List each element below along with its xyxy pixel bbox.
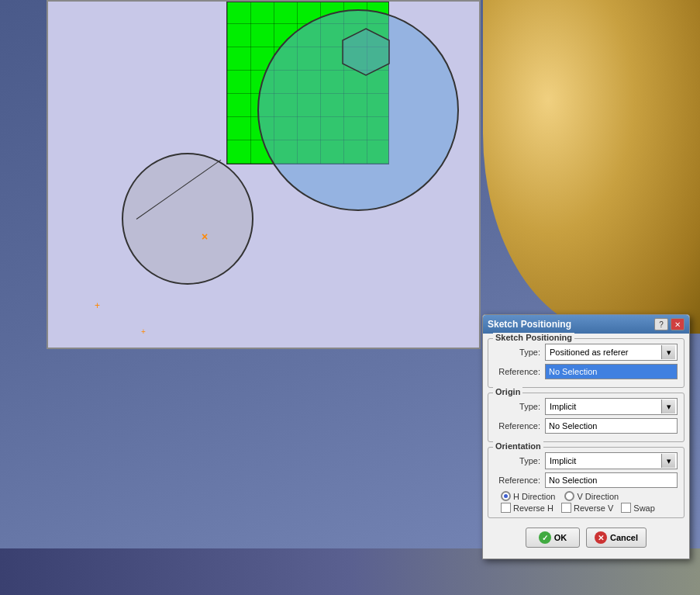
orange-x-marker: × [202,230,208,243]
origin-group-title: Origin [493,387,522,396]
reverse-v-checkbox[interactable]: Reverse V [561,503,613,513]
reverse-h-box [501,503,511,513]
origin-type-select[interactable]: Implicit ▾ [545,398,678,415]
h-direction-label: H Direction [513,492,555,501]
gold-shape [483,0,700,334]
h-direction-radio[interactable]: H Direction [501,491,555,501]
swap-label: Swap [633,503,655,513]
sp-type-select[interactable]: Positioned as referer ▾ [545,344,678,361]
sp-type-label: Type: [495,348,545,357]
origin-reference-row: Reference: [495,418,678,434]
corner-marker-bl: + [141,327,146,336]
orientation-type-row: Type: Implicit ▾ [495,452,678,469]
orientation-reference-input[interactable] [545,472,678,488]
sketch-positioning-group: Sketch Positioning Type: Positioned as r… [488,338,684,388]
sp-type-value: Positioned as referer [547,348,661,357]
sp-type-row: Type: Positioned as referer ▾ [495,344,678,361]
sp-type-arrow[interactable]: ▾ [661,345,675,359]
dialog-title: Sketch Positioning [488,319,571,330]
orientation-reference-row: Reference: [495,472,678,488]
orientation-type-value: Implicit [547,456,661,465]
reverse-h-label: Reverse H [513,503,553,513]
checkbox-row: Reverse H Reverse V Swap [495,503,678,513]
gray-circle [122,153,253,285]
sketch-plane: × + + [47,0,481,349]
orientation-type-arrow[interactable]: ▾ [661,454,675,468]
swap-checkbox[interactable]: Swap [621,503,655,513]
direction-radio-row: H Direction V Direction [495,491,678,501]
reverse-h-checkbox[interactable]: Reverse H [501,503,553,513]
hex-shape [335,25,397,79]
v-direction-label: V Direction [577,492,619,501]
orientation-type-select[interactable]: Implicit ▾ [545,452,678,469]
help-button[interactable]: ? [654,318,668,330]
origin-group: Origin Type: Implicit ▾ Reference: [488,393,684,442]
reverse-v-label: Reverse V [574,503,613,513]
svg-marker-0 [343,29,389,75]
dialog-titlebar: Sketch Positioning ? ✕ [483,315,689,334]
dialog-body: Sketch Positioning Type: Positioned as r… [483,334,689,559]
h-direction-radio-dot [501,491,511,501]
sketch-positioning-dialog: Sketch Positioning ? ✕ Sketch Positionin… [482,314,690,559]
v-direction-radio-dot [564,491,574,501]
origin-type-label: Type: [495,402,545,411]
cancel-label: Cancel [610,533,638,542]
sp-reference-label: Reference: [495,367,545,376]
origin-type-row: Type: Implicit ▾ [495,398,678,415]
cancel-icon: ✕ [595,531,607,544]
origin-reference-input[interactable] [545,418,678,434]
orientation-group-title: Orientation [493,441,543,451]
sp-reference-row: Reference: [495,364,678,379]
orientation-group: Orientation Type: Implicit ▾ Reference: … [488,447,684,518]
ok-label: OK [554,533,567,542]
origin-reference-label: Reference: [495,421,545,431]
dialog-buttons: ✓ OK ✕ Cancel [488,523,684,554]
titlebar-buttons: ? ✕ [654,318,684,330]
cancel-button[interactable]: ✕ Cancel [586,528,647,548]
v-direction-radio[interactable]: V Direction [564,491,619,501]
close-button[interactable]: ✕ [671,318,684,330]
origin-type-value: Implicit [547,402,661,411]
orientation-reference-label: Reference: [495,476,545,485]
reverse-v-box [561,503,571,513]
sketch-positioning-group-title: Sketch Positioning [493,333,574,342]
sp-reference-input[interactable] [545,364,678,379]
ok-icon: ✓ [539,531,551,544]
orientation-type-label: Type: [495,456,545,465]
corner-marker-tl: + [95,300,100,311]
swap-box [621,503,631,513]
origin-type-arrow[interactable]: ▾ [661,400,675,413]
ok-button[interactable]: ✓ OK [526,528,580,548]
